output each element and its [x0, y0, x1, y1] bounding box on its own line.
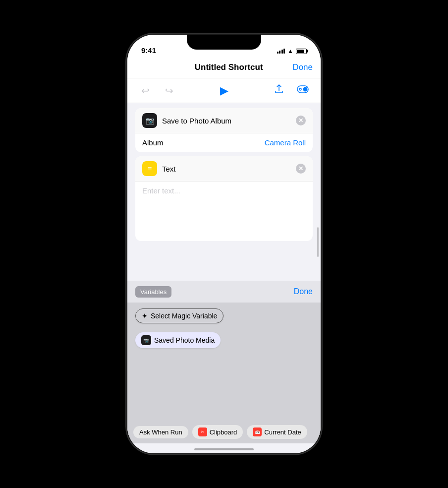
camera-icon: 📷	[146, 117, 154, 124]
redo-button[interactable]: ↪	[161, 83, 177, 99]
toolbar-left: ↩ ↪	[137, 83, 177, 99]
magic-wand-icon: ✦	[142, 312, 148, 320]
settings-button[interactable]	[295, 83, 311, 99]
variables-bar: Variables Done	[127, 281, 321, 303]
undo-icon: ↩	[141, 85, 150, 97]
saved-photo-media-label: Saved Photo Media	[154, 336, 215, 344]
save-photo-album-field: Album Camera Roll	[135, 133, 313, 152]
magic-variable-label: Select Magic Variable	[151, 312, 217, 320]
save-photo-header-left: 📷 Save to Photo Album	[142, 113, 231, 128]
clipboard-glyph: ✂	[201, 429, 205, 434]
notch	[187, 35, 261, 50]
status-time: 9:41	[141, 46, 156, 55]
battery-icon	[296, 49, 307, 54]
current-date-icon: 📅	[253, 427, 262, 436]
signal-bar-2	[279, 51, 280, 54]
variables-label: Variables	[135, 286, 171, 298]
toolbar-right	[271, 83, 311, 99]
nav-title: Untitled Shortcut	[195, 62, 263, 72]
clipboard-icon: ✂	[198, 427, 207, 436]
signal-bar-1	[277, 52, 279, 54]
select-magic-variable-button[interactable]: ✦ Select Magic Variable	[135, 308, 224, 323]
album-value-button[interactable]: Camera Roll	[265, 138, 306, 147]
text-lines-icon: ≡	[148, 165, 152, 173]
text-action-card: ≡ Text ✕ Enter text...	[135, 156, 313, 241]
text-action-icon: ≡	[142, 161, 157, 176]
album-label: Album	[142, 138, 164, 147]
wifi-icon: ▲	[287, 48, 293, 55]
nav-bar: Untitled Shortcut Done	[127, 57, 321, 78]
ask-when-run-button[interactable]: Ask When Run	[133, 426, 188, 438]
text-placeholder: Enter text...	[142, 186, 180, 195]
undo-button[interactable]: ↩	[137, 83, 153, 99]
save-photo-title: Save to Photo Album	[162, 117, 231, 125]
settings-icon	[297, 84, 309, 97]
save-photo-action-header: 📷 Save to Photo Album ✕	[135, 108, 313, 133]
play-icon: ▶	[220, 84, 228, 97]
current-date-button[interactable]: 📅 Current Date	[247, 425, 307, 439]
content-area: 📷 Save to Photo Album ✕ Album Camera Rol…	[127, 103, 321, 453]
phone-frame: 9:41 ▲ Untitled Shortcut Done ↩ ↪	[127, 35, 321, 453]
camera-small-icon: 📷	[143, 338, 149, 343]
clipboard-label: Clipboard	[210, 428, 237, 436]
text-close-button[interactable]: ✕	[296, 164, 306, 174]
current-date-label: Current Date	[264, 428, 301, 436]
svg-point-2	[299, 88, 301, 90]
save-photo-icon: 📷	[142, 113, 157, 128]
share-button[interactable]	[271, 83, 287, 99]
variables-done-button[interactable]: Done	[294, 287, 313, 296]
redo-icon: ↪	[165, 85, 173, 97]
save-photo-action-card: 📷 Save to Photo Album ✕ Album Camera Rol…	[135, 108, 313, 152]
share-icon	[274, 84, 284, 97]
status-icons: ▲	[277, 48, 307, 55]
battery-fill	[297, 50, 304, 53]
text-action-title: Text	[162, 165, 176, 173]
text-input-area[interactable]: Enter text...	[135, 182, 313, 241]
nav-done-button[interactable]: Done	[292, 62, 313, 72]
signal-bar-4	[283, 49, 285, 54]
text-action-header: ≡ Text ✕	[135, 156, 313, 182]
home-indicator	[194, 448, 254, 450]
shortcuts-bar: Ask When Run ✂ Clipboard 📅 Current Date	[127, 421, 321, 443]
signal-bars-icon	[277, 49, 285, 54]
saved-photo-pill-icon: 📷	[141, 335, 151, 345]
toolbar-center: ▶	[220, 84, 228, 97]
signal-bar-3	[281, 50, 283, 54]
text-close-icon: ✕	[298, 165, 303, 172]
calendar-glyph: 📅	[255, 429, 260, 434]
save-photo-close-icon: ✕	[298, 117, 303, 124]
ask-when-run-label: Ask When Run	[139, 428, 182, 436]
scroll-indicator	[317, 227, 319, 257]
toolbar: ↩ ↪ ▶	[127, 78, 321, 103]
magic-variable-container: ✦ Select Magic Variable	[135, 308, 313, 327]
svg-point-1	[303, 87, 308, 92]
clipboard-button[interactable]: ✂ Clipboard	[192, 425, 243, 439]
play-button[interactable]: ▶	[220, 84, 228, 97]
text-header-left: ≡ Text	[142, 161, 176, 176]
save-photo-close-button[interactable]: ✕	[296, 116, 306, 125]
saved-photo-container: 📷 Saved Photo Media	[135, 332, 313, 352]
saved-photo-media-button[interactable]: 📷 Saved Photo Media	[135, 332, 221, 348]
variables-panel: ✦ Select Magic Variable 📷 Saved Photo Me…	[127, 303, 321, 430]
